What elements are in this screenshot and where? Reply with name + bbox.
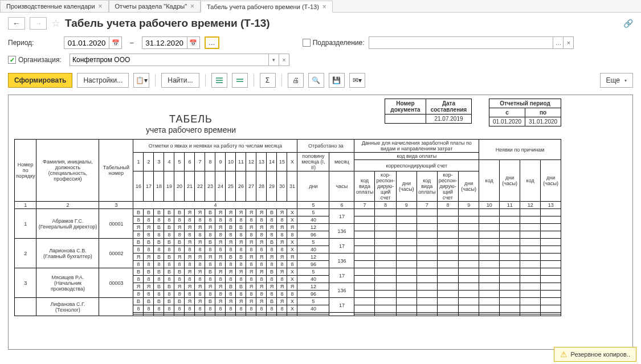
tab-bar: Производственные календари× Отчеты разде… — [0, 0, 641, 13]
doc-meta-table: Номер документаДата составления 21.07.20… — [385, 99, 472, 124]
clear-button[interactable]: × — [279, 54, 289, 66]
print-icon[interactable]: 🖨 — [288, 73, 304, 88]
timesheet-table: Номер по порядку Фамилия, инициалы, долж… — [14, 139, 561, 316]
report-subtitle: учета рабочего времени — [14, 125, 368, 134]
collapse-rows-icon[interactable] — [232, 73, 248, 88]
svg-rect-0 — [216, 77, 223, 79]
calendar-icon[interactable]: 📅 — [109, 36, 122, 49]
close-icon[interactable]: × — [190, 2, 194, 10]
period-select-button[interactable]: … — [205, 36, 219, 49]
org-input[interactable] — [70, 54, 269, 66]
mail-icon[interactable]: ✉▾ — [349, 73, 365, 88]
svg-rect-1 — [216, 80, 223, 81]
dropdown-icon[interactable]: ▾ — [269, 54, 279, 66]
warning-icon: ⚠ — [560, 350, 567, 359]
settings-button[interactable]: Настройки... — [77, 73, 129, 88]
svg-rect-4 — [236, 81, 243, 82]
clear-button[interactable]: × — [564, 36, 574, 49]
close-icon[interactable]: × — [99, 2, 103, 10]
ellipsis-button[interactable]: … — [553, 36, 564, 49]
period-label: Период: — [8, 39, 59, 47]
tab-2[interactable]: Табель учета рабочего времени (Т-13)× — [201, 1, 333, 13]
table-row: 2Ларионова С.В. (Главный бухгалтер)00002… — [15, 239, 561, 246]
report-spreadsheet[interactable]: ТАБЕЛЬ учета рабочего времени Номер доку… — [8, 95, 633, 350]
preview-icon[interactable]: 🔍 — [308, 73, 324, 88]
backup-notification[interactable]: ⚠ Резервное копиров.. — [554, 347, 636, 362]
find-button[interactable]: Найти... — [161, 73, 199, 88]
period-from-input[interactable] — [64, 36, 109, 49]
unit-input[interactable] — [369, 36, 553, 49]
table-row: Лифанова С.Г. (Технолог)ВВВВВЯЯВЯЯЯЯЯВЯX… — [15, 298, 561, 305]
page-title: Табель учета рабочего времени (Т-13) — [65, 17, 270, 30]
favorite-star-icon[interactable]: ☆ — [51, 17, 60, 30]
back-button[interactable]: ← — [8, 17, 25, 30]
more-button[interactable]: Еще▾ — [600, 73, 633, 88]
tab-0[interactable]: Производственные календари× — [0, 0, 109, 12]
save-icon[interactable]: 💾 — [329, 73, 345, 88]
report-period-table: Отчетный период спо 01.01.202031.01.2020 — [489, 99, 561, 126]
unit-checkbox[interactable]: Подразделение: — [303, 39, 365, 47]
form-button[interactable]: Сформировать — [8, 73, 72, 88]
paste-icon[interactable]: 📋▾ — [133, 73, 149, 88]
expand-rows-icon[interactable] — [211, 73, 227, 88]
table-row: 1Абрамов Г.С. (Генеральный директор)0000… — [15, 209, 561, 216]
svg-rect-2 — [216, 82, 223, 83]
org-checkbox[interactable]: Организация: — [8, 56, 65, 64]
table-row: 3Мясищев Р.А. (Начальник производства)00… — [15, 268, 561, 276]
period-to-input[interactable] — [142, 36, 187, 49]
forward-button[interactable]: → — [30, 17, 47, 30]
report-title: ТАБЕЛЬ — [14, 113, 368, 125]
sum-icon[interactable]: Σ — [260, 73, 276, 88]
close-icon[interactable]: × — [322, 3, 326, 11]
link-icon[interactable]: 🔗 — [623, 19, 633, 28]
calendar-icon[interactable]: 📅 — [187, 36, 200, 49]
svg-rect-3 — [236, 79, 243, 80]
tab-1[interactable]: Отчеты раздела "Кадры"× — [109, 0, 201, 12]
